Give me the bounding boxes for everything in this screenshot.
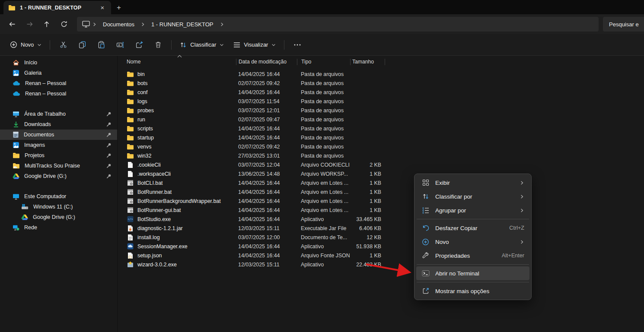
file-name-cell: scripts (118, 126, 236, 132)
file-row[interactable]: BotRunnerBackgroundWrapper.bat14/04/2025… (118, 196, 644, 206)
chevron-down-icon (271, 43, 276, 47)
new-tab-button[interactable]: + (111, 1, 127, 14)
sidebar-item-documentos[interactable]: Documentos (0, 130, 117, 140)
breadcrumb-documentos[interactable]: Documentos (99, 21, 138, 28)
menu-item-classificar-por[interactable]: Classificar por (416, 190, 529, 203)
sidebar-item-inicio[interactable]: Início (0, 57, 117, 68)
chevron-right-icon (218, 22, 226, 27)
sidebar-item-multitracks-sou-praise[interactable]: MultiTracks Sou Praise (0, 161, 117, 171)
sidebar-item-downloads[interactable]: Downloads (0, 119, 117, 130)
sort-button-label: Classificar (190, 41, 216, 48)
sidebar-item-renan-pessoal[interactable]: Renan – Pessoal (0, 89, 117, 99)
file-size: 22.483 KB (350, 262, 384, 268)
arrow-right-icon (26, 21, 33, 28)
ellipsis-icon (294, 44, 301, 46)
column-header-modified[interactable]: Data de modificação (236, 59, 297, 65)
log-icon (127, 234, 134, 241)
sidebar-item-windows-11-c[interactable]: Windows 11 (C:) (0, 202, 117, 212)
menu-item-exibir[interactable]: Exibir (416, 176, 529, 190)
forward-button[interactable] (21, 16, 38, 32)
address-bar[interactable]: Documentos 1 - RUNNER_DESKTOP (77, 17, 599, 32)
file-row[interactable]: conf14/04/2025 16:44Pasta de arquivos (118, 88, 644, 97)
sidebar-item-area-de-trabalho[interactable]: Área de Trabalho (0, 109, 117, 119)
sidebar-item-este-computador[interactable]: Este Computador (0, 191, 117, 202)
copy-button[interactable] (73, 37, 92, 53)
new-button[interactable]: Novo (5, 37, 46, 53)
menu-item-novo[interactable]: Novo (416, 235, 529, 249)
file-type: Aplicativo (297, 262, 350, 268)
view-button[interactable]: Visualizar (229, 37, 281, 53)
folder-icon (127, 144, 134, 150)
file-row[interactable]: SessionManager.exe14/04/2025 16:44Aplica… (118, 242, 644, 251)
file-modified: 14/04/2025 16:44 (236, 216, 297, 222)
file-row[interactable]: run02/07/2025 09:47Pasta de arquivos (118, 115, 644, 124)
file-icon (127, 161, 134, 168)
column-header-type[interactable]: Tipo (297, 59, 350, 65)
file-row[interactable]: startup14/04/2025 16:44Pasta de arquivos (118, 133, 644, 142)
file-row[interactable]: win3227/03/2025 13:01Pasta de arquivos (118, 151, 644, 160)
file-type: Pasta de arquivos (297, 108, 350, 114)
file-name-cell: bots (118, 80, 236, 86)
column-header-size[interactable]: Tamanho (351, 59, 385, 65)
file-row[interactable]: BotCLI.bat14/04/2025 16:44Arquivo em Lot… (118, 178, 644, 187)
file-name: scripts (137, 126, 153, 132)
menu-item-abrir-no-terminal[interactable]: Abrir no Terminal (416, 266, 529, 280)
breadcrumb-runner-desktop[interactable]: 1 - RUNNER_DESKTOP (147, 21, 217, 28)
menu-item-label: Propriedades (435, 253, 496, 259)
sidebar-item-rede[interactable]: Rede (0, 222, 117, 233)
delete-button[interactable] (149, 37, 168, 53)
file-row[interactable]: venvs02/07/2025 09:42Pasta de arquivos (118, 142, 644, 151)
file-rows: bin14/04/2025 16:44Pasta de arquivosbots… (118, 70, 644, 269)
more-options-button[interactable] (288, 37, 307, 53)
file-name-cell: probes (118, 108, 236, 114)
paste-button[interactable] (92, 37, 111, 53)
sidebar-item-imagens[interactable]: Imagens (0, 140, 117, 150)
file-row[interactable]: probes03/07/2025 12:01Pasta de arquivos (118, 106, 644, 115)
file-row[interactable]: .workspaceCli13/06/2025 14:48Arquivo WOR… (118, 169, 644, 178)
file-row[interactable]: {}setup.json14/04/2025 16:44Arquivo Font… (118, 251, 644, 260)
menu-item-desfazer-copiar[interactable]: Desfazer CopiarCtrl+Z (416, 221, 529, 235)
up-button[interactable] (38, 16, 55, 32)
folder-icon (127, 117, 134, 123)
sidebar-item-renan-pessoal[interactable]: Renan – Pessoal (0, 78, 117, 89)
file-row[interactable]: install.log03/07/2025 12:00Documento de … (118, 233, 644, 242)
file-modified: 03/07/2025 12:00 (236, 234, 297, 240)
file-row[interactable]: bots02/07/2025 09:42Pasta de arquivos (118, 79, 644, 88)
sort-button[interactable]: Classificar (175, 37, 229, 53)
sidebar-item-label: Windows 11 (C:) (33, 204, 73, 210)
rename-button[interactable]: A (111, 37, 130, 53)
refresh-button[interactable] (55, 16, 73, 32)
sidebar-item-google-drive-g[interactable]: Google Drive (G:) (0, 171, 117, 181)
cut-button[interactable] (54, 37, 73, 53)
file-row[interactable]: bin14/04/2025 16:44Pasta de arquivos (118, 70, 644, 79)
tab-close-icon[interactable]: × (97, 3, 108, 13)
file-row[interactable]: </>BotStudio.exe14/04/2025 16:44Aplicati… (118, 215, 644, 224)
share-button[interactable] (130, 37, 149, 53)
search-input[interactable]: Pesquisar e (603, 17, 644, 32)
sidebar-item-label: Renan – Pessoal (25, 91, 66, 97)
file-row[interactable]: logs03/07/2025 11:54Pasta de arquivos (118, 97, 644, 106)
file-size: 6.406 KB (350, 225, 384, 231)
file-type: Pasta de arquivos (297, 98, 350, 104)
sidebar-item-projetos[interactable]: Projetos (0, 150, 117, 161)
new-button-label: Novo (21, 41, 34, 48)
sidebar-item-galeria[interactable]: Galeria (0, 68, 117, 78)
file-row[interactable]: .cookieCli03/07/2025 12:04Arquivo COOKIE… (118, 160, 644, 169)
column-header-name[interactable]: Nome (118, 59, 236, 65)
menu-item-propriedades[interactable]: PropriedadesAlt+Enter (416, 249, 529, 262)
file-row[interactable]: BotRunner.bat14/04/2025 16:44Arquivo em … (118, 187, 644, 196)
back-button[interactable] (3, 16, 21, 32)
menu-item-agrupar-por[interactable]: Agrupar por (416, 203, 529, 217)
menu-item-mostrar-mais-opcoes[interactable]: Mostrar mais opções (416, 284, 529, 298)
sidebar-item-google-drive-g[interactable]: Google Drive (G:) (0, 212, 117, 222)
explorer-tab[interactable]: 1 - RUNNER_DESKTOP × (3, 1, 111, 14)
file-modified: 14/04/2025 16:44 (236, 198, 297, 204)
file-row[interactable]: scripts14/04/2025 16:44Pasta de arquivos (118, 124, 644, 133)
file-row[interactable]: BotRunner-gui.bat14/04/2025 16:44Arquivo… (118, 206, 644, 215)
column-divider[interactable] (385, 59, 385, 65)
file-modified: 03/07/2025 11:54 (236, 98, 297, 104)
tab-title: 1 - RUNNER_DESKTOP (20, 5, 93, 11)
file-row[interactable]: wizard-3.0.2.exe12/03/2025 15:11Aplicati… (118, 260, 644, 269)
file-row[interactable]: diagnostic-1.2.1.jar12/03/2025 15:11Exec… (118, 224, 644, 233)
sidebar-item-label: Google Drive (G:) (33, 214, 75, 220)
